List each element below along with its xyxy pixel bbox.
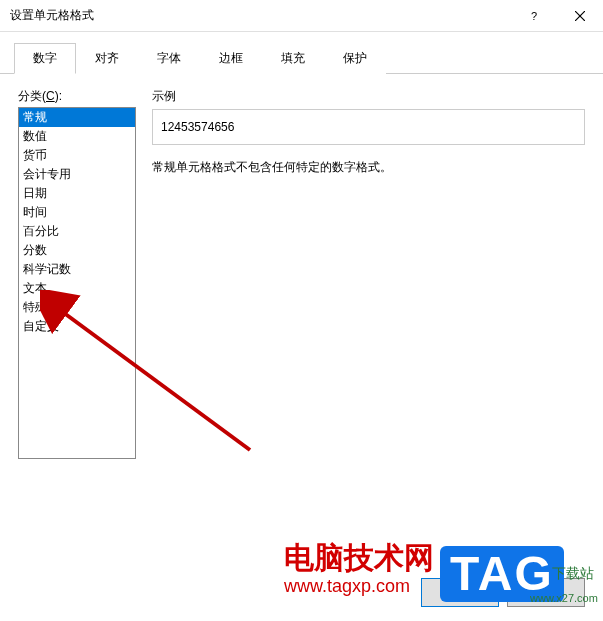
list-item[interactable]: 文本 (19, 279, 135, 298)
list-item[interactable]: 会计专用 (19, 165, 135, 184)
tab-protection[interactable]: 保护 (324, 43, 386, 74)
window-title: 设置单元格格式 (10, 7, 511, 24)
list-item[interactable]: 数值 (19, 127, 135, 146)
list-item[interactable]: 自定义 (19, 317, 135, 336)
list-item[interactable]: 时间 (19, 203, 135, 222)
list-item[interactable]: 百分比 (19, 222, 135, 241)
tabs-bar: 数字 对齐 字体 边框 填充 保护 (0, 32, 603, 74)
category-label: 分类(C): (18, 88, 136, 105)
list-item[interactable]: 分数 (19, 241, 135, 260)
help-icon: ? (529, 11, 539, 21)
tab-fill[interactable]: 填充 (262, 43, 324, 74)
watermark-url: www.tagxp.com (284, 576, 410, 597)
content-area: 分类(C): 常规 数值 货币 会计专用 日期 时间 百分比 分数 科学记数 文… (0, 74, 603, 473)
watermark-side1: 下载站 (552, 565, 594, 583)
titlebar: 设置单元格格式 ? (0, 0, 603, 32)
tab-border[interactable]: 边框 (200, 43, 262, 74)
tab-alignment[interactable]: 对齐 (76, 43, 138, 74)
svg-text:?: ? (531, 11, 537, 21)
close-button[interactable] (557, 0, 603, 32)
format-description: 常规单元格格式不包含任何特定的数字格式。 (152, 159, 585, 176)
category-column: 分类(C): 常规 数值 货币 会计专用 日期 时间 百分比 分数 科学记数 文… (18, 88, 136, 459)
sample-label: 示例 (152, 88, 585, 105)
watermark-text: 电脑技术网 (284, 538, 434, 579)
category-listbox[interactable]: 常规 数值 货币 会计专用 日期 时间 百分比 分数 科学记数 文本 特殊 自定… (18, 107, 136, 459)
watermark-side2: www.x27.com (530, 592, 598, 604)
tab-number[interactable]: 数字 (14, 43, 76, 74)
help-button[interactable]: ? (511, 0, 557, 32)
list-item[interactable]: 日期 (19, 184, 135, 203)
tab-font[interactable]: 字体 (138, 43, 200, 74)
list-item[interactable]: 科学记数 (19, 260, 135, 279)
close-icon (575, 11, 585, 21)
sample-value: 12453574656 (152, 109, 585, 145)
list-item[interactable]: 特殊 (19, 298, 135, 317)
list-item[interactable]: 货币 (19, 146, 135, 165)
list-item[interactable]: 常规 (19, 108, 135, 127)
details-column: 示例 12453574656 常规单元格格式不包含任何特定的数字格式。 (152, 88, 585, 459)
